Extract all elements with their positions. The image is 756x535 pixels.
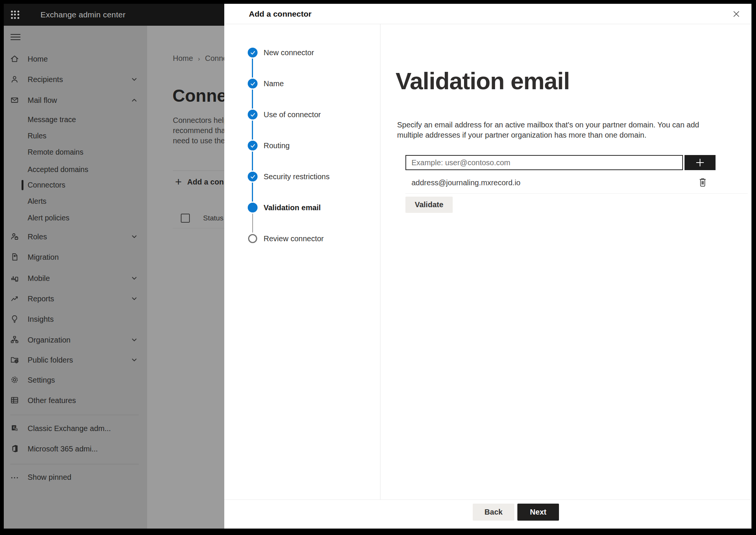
sidebar-item-home[interactable]: Home: [4, 53, 147, 65]
step-connector-line: [252, 59, 253, 78]
breadcrumb-current: Conne: [205, 54, 224, 62]
sidebar-item-recipients[interactable]: Recipients: [4, 74, 147, 85]
app-launcher-waffle-icon[interactable]: [10, 10, 20, 20]
wizard-step-security-restrictions[interactable]: Security restrictions: [224, 171, 376, 183]
divider: [405, 193, 748, 194]
step-connector-line: [252, 214, 253, 233]
step-completed-check-icon: [248, 110, 258, 119]
divider: [173, 171, 224, 171]
mobile-icon: [10, 273, 19, 283]
sidebar-item-label: Migration: [28, 251, 59, 263]
step-completed-check-icon: [248, 141, 258, 150]
wizard-step-validation-email[interactable]: Validation email: [224, 202, 376, 214]
office-logo-icon: [10, 444, 19, 453]
sidebar-item-roles[interactable]: Roles: [4, 231, 147, 242]
sidebar-item-public-folders[interactable]: Public folders: [4, 354, 147, 366]
step-completed-check-icon: [248, 48, 258, 57]
person-icon: [10, 74, 19, 84]
sidebar-item-alert-policies[interactable]: Alert policies: [4, 212, 147, 223]
wizard-step-label: Review connector: [264, 233, 324, 245]
sidebar-item-accepted-domains[interactable]: Accepted domains: [4, 164, 147, 175]
sidebar-item-other-features[interactable]: Other features: [4, 395, 147, 406]
sidebar-item-microsoft-365-admi[interactable]: Microsoft 365 admi...: [4, 443, 147, 454]
sidebar-item-label: Reports: [28, 293, 54, 304]
migration-icon: [10, 252, 19, 262]
close-icon[interactable]: [731, 9, 742, 19]
panel-title: Add a connector: [249, 4, 312, 24]
sidebar-item-mobile[interactable]: Mobile: [4, 273, 147, 284]
sidebar-item-alerts[interactable]: Alerts: [4, 195, 147, 207]
exchange-admin-app: Exchange admin center HomeRecipientsMail…: [4, 4, 751, 529]
step-completed-check-icon: [248, 79, 258, 88]
email-address-input[interactable]: [405, 155, 683, 170]
sidebar-item-reports[interactable]: Reports: [4, 293, 147, 304]
sidebar-item-label: Message trace: [28, 114, 76, 125]
sidebar-item-settings[interactable]: Settings: [4, 374, 147, 386]
sidebar-item-label: Microsoft 365 admi...: [28, 443, 98, 454]
chevron-down-icon: [131, 296, 137, 302]
sidebar-item-insights[interactable]: Insights: [4, 313, 147, 325]
sidebar-item-label: Alerts: [28, 195, 47, 207]
add-connector-button[interactable]: + Add a conn: [175, 177, 224, 188]
back-button[interactable]: Back: [473, 504, 514, 521]
chevron-up-icon: [131, 97, 137, 103]
select-all-checkbox[interactable]: [181, 214, 190, 223]
sidebar-item-organization[interactable]: Organization: [4, 334, 147, 346]
sidebar-item-label: Mail flow: [28, 95, 57, 106]
add-email-button[interactable]: [685, 155, 716, 170]
step-connector-line: [252, 152, 253, 171]
sidebar-item-connectors[interactable]: Connectors: [4, 179, 147, 191]
organization-icon: [10, 335, 19, 344]
sidebar-item-label: Roles: [28, 231, 47, 242]
sidebar-item-migration[interactable]: Migration: [4, 251, 147, 263]
step-description: Specify an email address for an active m…: [397, 120, 699, 140]
sidebar-item-label: Home: [28, 53, 48, 65]
chevron-down-icon: [131, 337, 137, 343]
connectors-page-background: Home›Conne Connec Connectors help recomm…: [147, 26, 224, 529]
chevron-down-icon: [131, 275, 137, 281]
wizard-step-use-of-connector[interactable]: Use of connector: [224, 109, 376, 121]
exchange-logo-icon: E: [10, 423, 19, 433]
wizard-step-review-connector[interactable]: Review connector: [224, 233, 376, 245]
wizard-step-label: Routing: [264, 140, 290, 152]
divider: [224, 499, 751, 500]
sidebar-item-label: Show pinned: [28, 471, 71, 483]
wizard-step-name[interactable]: Name: [224, 78, 376, 90]
step-completed-check-icon: [248, 172, 258, 181]
plus-icon: [694, 157, 706, 168]
chevron-down-icon: [131, 76, 137, 82]
wizard-step-routing[interactable]: Routing: [224, 140, 376, 152]
sidebar-item-classic-exchange-adm[interactable]: EClassic Exchange adm...: [4, 423, 147, 434]
wizard-step-label: Use of connector: [264, 109, 321, 121]
sidebar-item-show-pinned[interactable]: Show pinned: [4, 471, 147, 483]
status-column-header[interactable]: Status: [203, 214, 224, 223]
delete-address-icon[interactable]: [698, 177, 709, 188]
next-button[interactable]: Next: [517, 504, 559, 521]
step-connector-line: [252, 121, 253, 140]
sidebar-item-label: Accepted domains: [28, 164, 88, 175]
sidebar-item-label: Remote domains: [28, 146, 83, 158]
divider: [173, 228, 224, 228]
wizard-step-label: Validation email: [264, 202, 321, 214]
breadcrumb-home-link[interactable]: Home: [173, 54, 193, 62]
page-description: Connectors help recommend that need to u…: [173, 115, 224, 146]
sidebar-item-label: Other features: [28, 395, 76, 406]
sidebar-item-message-trace[interactable]: Message trace: [4, 114, 147, 125]
wizard-step-label: Name: [264, 78, 284, 90]
insights-icon: [10, 314, 19, 324]
step-connector-line: [252, 183, 253, 202]
sidebar-item-mail-flow[interactable]: Mail flow: [4, 95, 147, 106]
sidebar-item-label: Settings: [28, 374, 55, 386]
sidebar-item-rules[interactable]: Rules: [4, 130, 147, 141]
validate-button[interactable]: Validate: [405, 197, 453, 213]
other-features-icon: [10, 395, 19, 405]
wizard-step-new-connector[interactable]: New connector: [224, 47, 376, 59]
chevron-down-icon: [131, 357, 137, 363]
sidebar-divider: [10, 415, 139, 415]
hamburger-menu-icon[interactable]: [11, 34, 20, 41]
plus-icon: +: [175, 177, 182, 187]
sidebar-nav: HomeRecipientsMail flowMessage traceRule…: [4, 26, 147, 529]
sidebar-item-label: Classic Exchange adm...: [28, 423, 111, 434]
screen: Exchange admin center HomeRecipientsMail…: [0, 0, 756, 535]
sidebar-item-remote-domains[interactable]: Remote domains: [4, 146, 147, 158]
